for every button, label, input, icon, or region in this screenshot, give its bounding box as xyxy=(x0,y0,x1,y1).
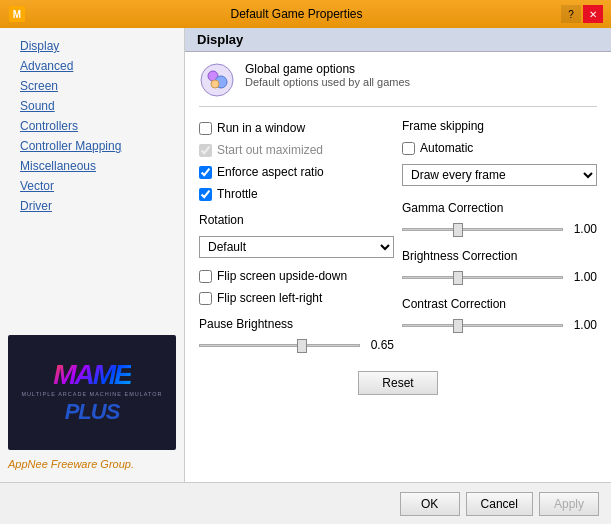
sidebar-logo: MAME MULTIPLE ARCADE MACHINE EMULATOR PL… xyxy=(8,335,176,450)
run-window-checkbox[interactable] xyxy=(199,122,212,135)
rotation-dropdown[interactable]: Default 0 degrees 90 degrees 180 degrees… xyxy=(199,236,394,258)
window-controls: ? ✕ xyxy=(561,5,603,23)
sidebar-item-controller-mapping[interactable]: Controller Mapping xyxy=(0,136,184,156)
svg-point-5 xyxy=(211,80,219,88)
automatic-checkbox-row: Automatic xyxy=(402,141,597,155)
flip-leftright-label: Flip screen left-right xyxy=(217,291,322,305)
brightness-correction-label: Brightness Correction xyxy=(402,249,597,263)
sidebar-item-advanced[interactable]: Advanced xyxy=(0,56,184,76)
global-options-text: Global game options Default options used… xyxy=(245,62,410,88)
contrast-correction-label: Contrast Correction xyxy=(402,297,597,311)
close-button[interactable]: ✕ xyxy=(583,5,603,23)
rotation-label: Rotation xyxy=(199,213,394,227)
flip-leftright-checkbox[interactable] xyxy=(199,292,212,305)
bottom-bar: OK Cancel Apply xyxy=(0,482,611,524)
checkbox-flip-leftright: Flip screen left-right xyxy=(199,291,394,305)
appnee-label: AppNee Freeware Group. xyxy=(0,454,184,474)
automatic-checkbox[interactable] xyxy=(402,142,415,155)
start-maximized-label: Start out maximized xyxy=(217,143,323,157)
run-window-label: Run in a window xyxy=(217,121,305,135)
start-maximized-checkbox[interactable] xyxy=(199,144,212,157)
checkbox-run-window: Run in a window xyxy=(199,121,394,135)
pause-brightness-slider[interactable] xyxy=(199,338,360,352)
pause-brightness-slider-row: 0.65 xyxy=(199,338,394,352)
automatic-label: Automatic xyxy=(420,141,473,155)
contrast-slider-row: 1.00 xyxy=(402,318,597,332)
sidebar-item-miscellaneous[interactable]: Miscellaneous xyxy=(0,156,184,176)
content-header: Display xyxy=(185,28,611,52)
frame-dropdown-row: Draw every frame Skip 1 frame Skip 2 fra… xyxy=(402,164,597,186)
global-options-row: Global game options Default options used… xyxy=(199,62,597,107)
brightness-slider[interactable] xyxy=(402,270,563,284)
ok-button[interactable]: OK xyxy=(400,492,460,516)
pause-brightness-value: 0.65 xyxy=(364,338,394,352)
rotation-dropdown-row: Default 0 degrees 90 degrees 180 degrees… xyxy=(199,236,394,258)
contrast-slider[interactable] xyxy=(402,318,563,332)
enforce-aspect-checkbox[interactable] xyxy=(199,166,212,179)
sidebar-item-display[interactable]: Display xyxy=(0,36,184,56)
gamma-correction-label: Gamma Correction xyxy=(402,201,597,215)
sidebar-item-vector[interactable]: Vector xyxy=(0,176,184,196)
svg-text:M: M xyxy=(13,9,21,20)
contrast-value: 1.00 xyxy=(567,318,597,332)
options-left: Run in a window Start out maximized Enfo… xyxy=(199,119,394,353)
throttle-label: Throttle xyxy=(217,187,258,201)
checkbox-start-maximized: Start out maximized xyxy=(199,143,394,157)
logo-plus-text: PLUS xyxy=(65,399,120,425)
checkbox-flip-updown: Flip screen upside-down xyxy=(199,269,394,283)
checkbox-enforce-aspect: Enforce aspect ratio xyxy=(199,165,394,179)
frame-dropdown[interactable]: Draw every frame Skip 1 frame Skip 2 fra… xyxy=(402,164,597,186)
sidebar-item-controllers[interactable]: Controllers xyxy=(0,116,184,136)
global-options-title: Global game options xyxy=(245,62,410,76)
brightness-value: 1.00 xyxy=(567,270,597,284)
global-options-icon xyxy=(199,62,235,98)
sidebar-item-driver[interactable]: Driver xyxy=(0,196,184,216)
reset-row: Reset xyxy=(199,363,597,395)
main-container: Display Advanced Screen Sound Controller… xyxy=(0,28,611,482)
title-bar: M Default Game Properties ? ✕ xyxy=(0,0,611,28)
options-grid: Run in a window Start out maximized Enfo… xyxy=(199,119,597,353)
global-options-subtitle: Default options used by all games xyxy=(245,76,410,88)
checkbox-throttle: Throttle xyxy=(199,187,394,201)
gamma-slider-row: 1.00 xyxy=(402,222,597,236)
sidebar-nav: Display Advanced Screen Sound Controller… xyxy=(0,36,184,331)
content-area: Display Global game options Default opti… xyxy=(185,28,611,482)
pause-brightness-label: Pause Brightness xyxy=(199,317,394,331)
logo-subtitle: MULTIPLE ARCADE MACHINE EMULATOR xyxy=(21,391,162,397)
frame-skipping-label: Frame skipping xyxy=(402,119,597,133)
sidebar-item-sound[interactable]: Sound xyxy=(0,96,184,116)
apply-button[interactable]: Apply xyxy=(539,492,599,516)
throttle-checkbox[interactable] xyxy=(199,188,212,201)
logo-mame-text: MAME xyxy=(53,361,131,389)
flip-updown-checkbox[interactable] xyxy=(199,270,212,283)
help-button[interactable]: ? xyxy=(561,5,581,23)
gamma-value: 1.00 xyxy=(567,222,597,236)
gamma-slider[interactable] xyxy=(402,222,563,236)
app-icon: M xyxy=(8,5,26,23)
content-body: Global game options Default options used… xyxy=(185,52,611,482)
cancel-button[interactable]: Cancel xyxy=(466,492,533,516)
options-right: Frame skipping Automatic Draw every fram… xyxy=(402,119,597,353)
enforce-aspect-label: Enforce aspect ratio xyxy=(217,165,324,179)
sidebar-item-screen[interactable]: Screen xyxy=(0,76,184,96)
window-title: Default Game Properties xyxy=(32,7,561,21)
sidebar: Display Advanced Screen Sound Controller… xyxy=(0,28,185,482)
brightness-slider-row: 1.00 xyxy=(402,270,597,284)
flip-updown-label: Flip screen upside-down xyxy=(217,269,347,283)
reset-button[interactable]: Reset xyxy=(358,371,438,395)
